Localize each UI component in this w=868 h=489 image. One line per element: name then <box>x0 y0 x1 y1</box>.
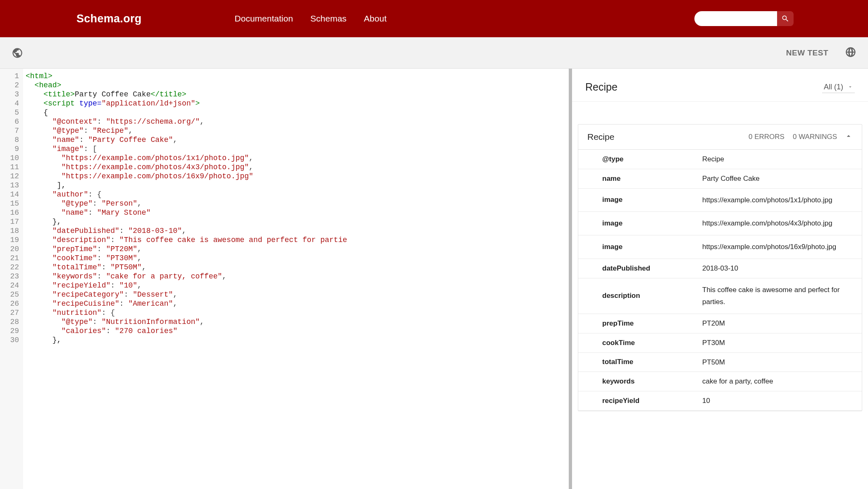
site-header: Schema.org Documentation Schemas About <box>0 0 868 37</box>
search-input[interactable] <box>694 11 777 26</box>
property-row[interactable]: @typeRecipe <box>578 150 862 169</box>
property-key: totalTime <box>578 358 702 366</box>
property-value: PT50M <box>702 356 862 369</box>
property-key: datePublished <box>578 264 702 273</box>
property-value: PT30M <box>702 337 862 349</box>
property-value: This coffee cake is awesome and perfect … <box>702 284 862 309</box>
property-row[interactable]: totalTimePT50M <box>578 353 862 372</box>
results-filter[interactable]: All (1) <box>822 82 855 93</box>
property-key: image <box>578 219 702 228</box>
property-key: recipeYield <box>578 397 702 405</box>
card-title: Recipe <box>587 132 614 142</box>
property-value: Recipe <box>702 153 862 165</box>
card-header[interactable]: Recipe 0 ERRORS 0 WARNINGS <box>578 125 862 150</box>
property-key: @type <box>578 155 702 163</box>
language-button[interactable] <box>845 46 856 60</box>
property-row[interactable]: imagehttps://example.com/photos/1x1/phot… <box>578 189 862 212</box>
code-panel: 1234567891011121314151617181920212223242… <box>0 69 572 489</box>
main-split: 1234567891011121314151617181920212223242… <box>0 69 868 489</box>
warnings-count: 0 WARNINGS <box>793 133 837 141</box>
property-key: cookTime <box>578 339 702 347</box>
globe-icon[interactable] <box>12 47 23 59</box>
property-row[interactable]: recipeYield10 <box>578 391 862 411</box>
property-key: description <box>578 292 702 300</box>
property-value: https://example.com/photos/1x1/photo.jpg <box>702 194 862 206</box>
collapse-button[interactable] <box>844 132 853 142</box>
results-panel: Recipe All (1) Recipe 0 ERRORS 0 WARNING… <box>572 69 868 489</box>
nav-about[interactable]: About <box>364 14 386 24</box>
status-counts: 0 ERRORS 0 WARNINGS <box>749 133 837 141</box>
chevron-up-icon <box>844 132 853 140</box>
site-logo[interactable]: Schema.org <box>76 12 142 25</box>
property-row[interactable]: nameParty Coffee Cake <box>578 169 862 189</box>
main-nav: Documentation Schemas About <box>235 14 387 24</box>
property-value: PT20M <box>702 317 862 330</box>
property-value: 2018-03-10 <box>702 262 862 275</box>
results-header: Recipe All (1) <box>572 69 868 102</box>
property-row[interactable]: imagehttps://example.com/photos/16x9/pho… <box>578 235 862 259</box>
property-row[interactable]: prepTimePT20M <box>578 314 862 333</box>
property-value: 10 <box>702 395 862 407</box>
property-row[interactable]: keywordscake for a party, coffee <box>578 372 862 391</box>
nav-documentation[interactable]: Documentation <box>235 14 293 24</box>
errors-count: 0 ERRORS <box>749 133 785 141</box>
property-value: cake for a party, coffee <box>702 375 862 388</box>
property-row[interactable]: imagehttps://example.com/photos/4x3/phot… <box>578 212 862 235</box>
search-icon <box>781 14 789 23</box>
property-key: image <box>578 196 702 204</box>
property-value: https://example.com/photos/4x3/photo.jpg <box>702 217 862 230</box>
property-key: name <box>578 175 702 183</box>
property-key: image <box>578 243 702 251</box>
result-card: Recipe 0 ERRORS 0 WARNINGS @typeRecipena… <box>578 124 862 411</box>
code-editor[interactable]: <html> <head> <title>Party Coffee Cake</… <box>23 69 569 489</box>
search-button[interactable] <box>777 11 794 26</box>
toolbar: NEW TEST <box>0 37 868 69</box>
property-row[interactable]: descriptionThis coffee cake is awesome a… <box>578 278 862 314</box>
properties-list: @typeRecipenameParty Coffee Cakeimagehtt… <box>578 150 862 411</box>
filter-label: All (1) <box>824 83 843 91</box>
property-key: keywords <box>578 377 702 386</box>
new-test-button[interactable]: NEW TEST <box>786 48 828 58</box>
line-gutter: 1234567891011121314151617181920212223242… <box>0 69 23 489</box>
property-row[interactable]: datePublished2018-03-10 <box>578 259 862 278</box>
language-icon <box>845 46 856 58</box>
property-row[interactable]: cookTimePT30M <box>578 333 862 353</box>
nav-schemas[interactable]: Schemas <box>310 14 347 24</box>
chevron-down-icon <box>847 84 853 90</box>
search-wrap <box>694 11 794 26</box>
results-title: Recipe <box>585 81 618 93</box>
property-key: prepTime <box>578 319 702 328</box>
property-value: Party Coffee Cake <box>702 173 862 185</box>
property-value: https://example.com/photos/16x9/photo.jp… <box>702 241 862 253</box>
